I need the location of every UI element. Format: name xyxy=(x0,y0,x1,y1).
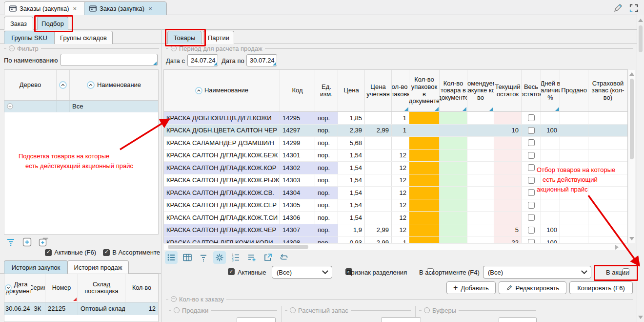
collapse-icon[interactable] xyxy=(9,45,15,51)
settings-gear-icon[interactable] xyxy=(213,251,226,264)
tab-warehouse-groups[interactable]: Группы складов xyxy=(54,31,113,44)
list-view-icon[interactable] xyxy=(165,251,178,264)
column-header-price[interactable]: Цена xyxy=(338,70,365,111)
column-header-name[interactable]: Наименование xyxy=(70,70,158,100)
column-header-pack[interactable]: Кол-во в упаковке xyxy=(392,70,409,111)
column-header-days[interactable]: Дней в наличии, % xyxy=(541,70,560,111)
product-row[interactable]: КРАСКА САЛТОН Д/ГЛАДК.КОЖ.ЧЕР14307пор.1,… xyxy=(164,224,627,237)
column-header-code[interactable]: Код xyxy=(280,70,315,111)
cell-docpack[interactable] xyxy=(409,137,440,149)
name-filter-input[interactable] xyxy=(60,54,158,66)
copy-button[interactable]: Копировать (F6) xyxy=(569,281,633,294)
active-checkbox[interactable] xyxy=(228,268,235,275)
window-tab-order[interactable]: Заказ (закупка) × xyxy=(84,1,167,15)
product-row[interactable]: КРАСКА Д/ОБН.ЦВЕТА САЛТОН ЧЕР14297пор.2,… xyxy=(164,125,627,137)
product-row[interactable]: КРАСКА САЛТОН Д/ГЛАДК.КОЖ.Т.СИ14306пор.1… xyxy=(164,212,627,224)
whole-stock-checkbox[interactable] xyxy=(528,189,535,196)
tree-row-all[interactable]: Все xyxy=(4,101,158,112)
column-header-number[interactable]: Номер xyxy=(45,274,78,302)
column-header-safety[interactable]: Страховой запас (кол-во) xyxy=(588,70,628,111)
column-header-cb[interactable]: Весь остаток xyxy=(522,70,541,111)
column-header-docpack[interactable]: Кол-во упаковок в документе xyxy=(409,70,440,111)
filter-icon[interactable] xyxy=(6,237,16,248)
cell-whole-stock[interactable] xyxy=(522,199,541,212)
whole-stock-checkbox[interactable] xyxy=(528,227,535,234)
calc-stock-input-partial[interactable] xyxy=(381,317,421,322)
active-f6-checkbox[interactable] xyxy=(45,249,52,256)
panel-splitter[interactable] xyxy=(161,29,162,322)
collapse-icon[interactable] xyxy=(171,296,177,302)
refresh-icon[interactable] xyxy=(278,251,290,264)
expand-all-icon[interactable] xyxy=(39,237,49,248)
column-header-series[interactable]: Серия xyxy=(31,274,45,302)
cell-docpack[interactable] xyxy=(409,187,440,199)
cell-docpack[interactable] xyxy=(409,236,440,243)
column-header-supplier-warehouse[interactable]: Склад поставщика xyxy=(78,274,125,302)
cell-whole-stock[interactable] xyxy=(522,236,541,243)
product-row[interactable]: КРАСКА САЛТОН Д/ГЛАДК.КОЖ.БЕЖ14301пор.1,… xyxy=(164,150,627,162)
close-tab-icon[interactable]: × xyxy=(148,5,152,12)
cell-docpack[interactable] xyxy=(409,212,440,224)
add-list-icon[interactable] xyxy=(245,251,258,264)
tab-products[interactable]: Товары xyxy=(167,31,201,44)
whole-stock-checkbox[interactable] xyxy=(528,127,535,134)
product-row[interactable]: КРАСКА САЛАМАНДЕР Д/ЗАМШИ/Н14299пор.5,68 xyxy=(164,137,627,150)
date-to-input[interactable]: 30.07.24 xyxy=(246,54,277,66)
filter-icon[interactable] xyxy=(197,251,210,264)
buffers-input-partial[interactable] xyxy=(499,317,537,322)
window-tab-orders[interactable]: Заказы (закупка) × xyxy=(4,1,93,15)
whole-stock-checkbox[interactable] xyxy=(528,164,535,171)
whole-stock-checkbox[interactable] xyxy=(528,152,535,159)
tab-sales-history[interactable]: История продаж xyxy=(67,260,129,274)
column-header-stock[interactable]: Текущий остаток xyxy=(494,70,522,111)
product-row[interactable]: КРАСКА Д/ОБНОВЛ.ЦВ.Д/ГЛ.КОЖИ14295пор.1,8… xyxy=(164,112,627,125)
cell-whole-stock[interactable] xyxy=(522,224,541,236)
window-vertical-scrollbar[interactable] xyxy=(637,15,644,322)
tab-order[interactable]: Заказ xyxy=(4,17,33,30)
sales-input-partial[interactable] xyxy=(237,317,276,322)
in-assortment-checkbox-group[interactable]: В Ассортименте xyxy=(103,249,160,256)
cell-whole-stock[interactable] xyxy=(522,212,541,224)
product-row[interactable]: КРАСКА САЛТОН Д/ГЛ.КОЖИ КОРИ14308пор.0,9… xyxy=(164,236,627,243)
column-header-sold[interactable]: Продано xyxy=(560,70,588,111)
whole-stock-checkbox[interactable] xyxy=(528,114,535,121)
collapse-icon[interactable] xyxy=(171,45,177,51)
cell-docpack[interactable] xyxy=(409,224,440,236)
column-header-rec[interactable]: Рекомендуемое к закупке кол-во xyxy=(467,70,494,111)
collapse-icon[interactable] xyxy=(290,307,296,313)
expand-icon[interactable] xyxy=(7,103,13,109)
whole-stock-checkbox[interactable] xyxy=(528,139,535,146)
collapse-icon[interactable] xyxy=(424,307,430,313)
column-header-docqty[interactable]: Кол-во товара в документе xyxy=(440,70,467,111)
edit-icon[interactable] xyxy=(613,2,624,15)
column-header-priceacc[interactable]: Цена учетная xyxy=(365,70,392,111)
active-f6-checkbox-group[interactable]: Активные (F6) xyxy=(45,249,96,256)
group-dropdown[interactable]: (Все) xyxy=(272,266,332,279)
cell-docpack[interactable] xyxy=(409,125,440,137)
column-header-unit[interactable]: Ед. изм. xyxy=(315,70,338,111)
cell-docpack[interactable] xyxy=(409,150,440,162)
in-assortment-checkbox[interactable] xyxy=(103,249,110,256)
fullscreen-icon[interactable] xyxy=(629,4,638,14)
tab-sku-groups[interactable]: Группы SKU xyxy=(4,31,55,44)
column-header-doc-date[interactable]: Дата документа xyxy=(4,274,31,302)
whole-stock-checkbox[interactable] xyxy=(528,214,535,221)
cell-docpack[interactable] xyxy=(409,162,440,174)
cell-whole-stock[interactable] xyxy=(522,137,541,149)
close-tab-icon[interactable]: × xyxy=(73,5,77,12)
cell-whole-stock[interactable] xyxy=(522,125,541,137)
column-header-qty[interactable]: Кол-во xyxy=(125,274,158,302)
date-from-input[interactable]: 24.07.24 xyxy=(187,54,218,66)
cell-docpack[interactable] xyxy=(409,199,440,212)
product-row[interactable]: КРАСКА САЛТОН Д/ГЛАДК.КОЖ.СЕР14305пор.1,… xyxy=(164,199,627,212)
tab-podbor[interactable]: Подбор xyxy=(37,17,68,30)
cell-docpack[interactable] xyxy=(409,174,440,187)
assortment-dropdown[interactable]: (Все) xyxy=(483,266,591,279)
tab-purchase-history[interactable]: История закупок xyxy=(4,260,68,274)
add-button[interactable]: + Добавить xyxy=(446,281,496,294)
products-vertical-scrollbar[interactable] xyxy=(628,70,635,243)
whole-stock-checkbox[interactable] xyxy=(528,239,535,243)
cell-whole-stock[interactable] xyxy=(522,112,541,124)
whole-stock-checkbox[interactable] xyxy=(528,202,535,209)
column-header-name[interactable]: Наименование xyxy=(164,70,280,111)
